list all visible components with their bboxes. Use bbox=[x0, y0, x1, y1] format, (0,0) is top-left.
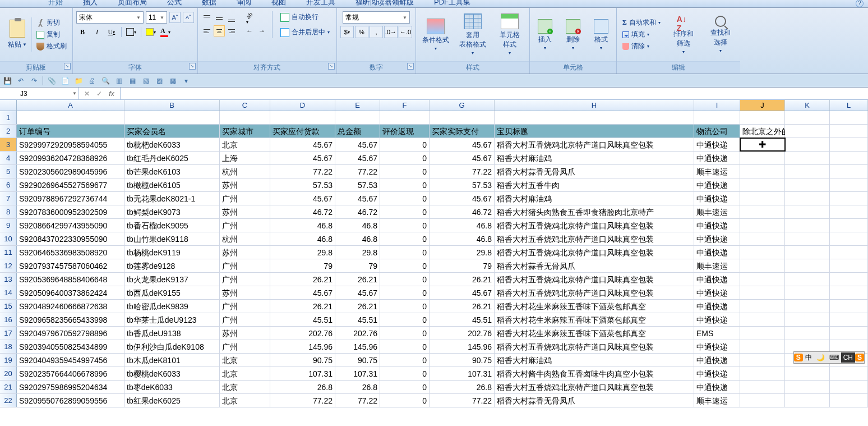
cell[interactable]: 北京 bbox=[220, 367, 270, 380]
grow-font-button[interactable]: Aˆ bbox=[169, 12, 181, 23]
cell[interactable] bbox=[830, 138, 868, 151]
cell[interactable] bbox=[740, 313, 785, 326]
number-format-select[interactable]: 常规▼ bbox=[343, 11, 410, 24]
decrease-decimal-button[interactable]: ←.0 bbox=[399, 26, 412, 38]
header-cell[interactable]: 订单编号 bbox=[17, 125, 124, 138]
cell[interactable]: 77.22 bbox=[270, 165, 335, 178]
cell[interactable]: 46.72 bbox=[430, 205, 495, 218]
cell[interactable]: 29.8 bbox=[270, 246, 335, 259]
cell[interactable]: 45.51 bbox=[430, 313, 495, 326]
cell[interactable]: 45.51 bbox=[270, 313, 335, 326]
cell[interactable]: 苏州 bbox=[220, 205, 270, 218]
cell[interactable]: tb无花果deK8021-1 bbox=[124, 192, 220, 205]
italic-button[interactable]: I bbox=[91, 26, 103, 38]
currency-button[interactable]: $▾ bbox=[340, 26, 354, 38]
align-left-button[interactable] bbox=[201, 25, 213, 36]
header-cell[interactable]: 评价返现 bbox=[380, 125, 430, 138]
cell[interactable]: 0 bbox=[380, 259, 430, 272]
format-painter-button[interactable]: 格式刷 bbox=[34, 41, 69, 52]
col-header-L[interactable]: L bbox=[830, 100, 868, 111]
qat-open-button[interactable]: 📁 bbox=[73, 76, 84, 86]
cell[interactable]: 稻香大村五香烧鸡北京特产道口风味真空包装 bbox=[495, 219, 694, 232]
merge-center-button[interactable]: 合并后居中 ▾ bbox=[277, 26, 333, 38]
cell[interactable]: 107.31 bbox=[270, 367, 335, 380]
row-header[interactable]: 14 bbox=[0, 286, 17, 299]
cell[interactable] bbox=[740, 354, 785, 367]
cell[interactable] bbox=[830, 300, 868, 313]
qat-customize[interactable]: ▾ bbox=[181, 76, 191, 86]
cell[interactable]: 46.8 bbox=[270, 232, 335, 245]
cell[interactable]: 中通快递 bbox=[694, 381, 740, 393]
fx-button[interactable]: fx bbox=[107, 90, 117, 98]
qat-button-2[interactable]: ▦ bbox=[127, 76, 137, 86]
row-header[interactable]: 22 bbox=[0, 394, 17, 407]
redo-button[interactable]: ↷ bbox=[29, 76, 39, 86]
cell[interactable]: 稻香大村花生米麻辣五香味下酒菜包邮真空 bbox=[495, 313, 694, 326]
row-header[interactable]: 20 bbox=[0, 367, 17, 380]
cell[interactable]: 0 bbox=[380, 327, 430, 340]
qat-preview-button[interactable]: 🔍 bbox=[100, 76, 110, 86]
cell[interactable]: tb红果deK6025 bbox=[124, 394, 220, 407]
cell[interactable]: 45.67 bbox=[335, 138, 380, 151]
row-header[interactable]: 9 bbox=[0, 219, 17, 232]
cell[interactable]: 北京 bbox=[220, 354, 270, 367]
cell[interactable] bbox=[740, 381, 785, 393]
col-header-A[interactable]: A bbox=[17, 100, 124, 111]
header-cell[interactable]: 买家会员名 bbox=[124, 125, 220, 138]
cell[interactable]: 0 bbox=[380, 246, 430, 259]
row-header[interactable]: 10 bbox=[0, 232, 17, 245]
row-header[interactable]: 8 bbox=[0, 205, 17, 218]
row-header[interactable]: 21 bbox=[0, 381, 17, 393]
tab-data[interactable]: 数据 bbox=[198, 0, 220, 7]
cell[interactable]: 145.96 bbox=[430, 340, 495, 353]
row-header[interactable]: 18 bbox=[0, 340, 17, 353]
cell[interactable]: 杭州 bbox=[220, 232, 270, 245]
cell[interactable]: 46.8 bbox=[270, 219, 335, 232]
cell[interactable]: 苏州 bbox=[220, 327, 270, 340]
cell[interactable]: 0 bbox=[380, 273, 430, 286]
cell[interactable]: 45.67 bbox=[430, 152, 495, 164]
cell[interactable] bbox=[740, 286, 785, 299]
cell[interactable] bbox=[830, 232, 868, 245]
delete-cells-button[interactable]: 删除▾ bbox=[561, 19, 585, 51]
name-box[interactable]: J3▼ bbox=[17, 88, 79, 99]
cell[interactable]: S9209658235665433998 bbox=[17, 313, 124, 326]
cell[interactable] bbox=[785, 246, 830, 259]
cell[interactable]: 77.22 bbox=[335, 394, 380, 407]
cell[interactable] bbox=[740, 219, 785, 232]
cell[interactable]: 顺丰速运 bbox=[694, 259, 740, 272]
cell[interactable]: 广州 bbox=[220, 273, 270, 286]
cell[interactable] bbox=[785, 381, 830, 393]
row-header[interactable]: 2 bbox=[0, 125, 17, 138]
cell[interactable]: 26.21 bbox=[430, 300, 495, 313]
cell[interactable]: 苏州 bbox=[220, 286, 270, 299]
cell[interactable]: 46.8 bbox=[335, 232, 380, 245]
cell[interactable] bbox=[830, 273, 868, 286]
cell[interactable]: 77.22 bbox=[270, 394, 335, 407]
header-cell[interactable]: 总金额 bbox=[335, 125, 380, 138]
undo-button[interactable]: ↶ bbox=[16, 76, 26, 86]
cell[interactable]: 稻香大村麻油鸡 bbox=[495, 152, 694, 164]
cell[interactable] bbox=[830, 381, 868, 393]
header-cell[interactable]: 除北京之外的地区销售额 bbox=[740, 125, 785, 138]
cell[interactable]: tb山竹果deK9118 bbox=[124, 232, 220, 245]
cell[interactable]: 稻香大村五香烧鸡北京特产道口风味真空包装 bbox=[495, 246, 694, 259]
cell[interactable] bbox=[830, 327, 868, 340]
cell[interactable]: 顺丰速运 bbox=[694, 394, 740, 407]
row-header[interactable]: 11 bbox=[0, 246, 17, 259]
ime-moon-icon[interactable]: 🌙 bbox=[814, 354, 827, 361]
cell[interactable] bbox=[785, 367, 830, 380]
cell[interactable] bbox=[830, 259, 868, 272]
tab-view[interactable]: 视图 bbox=[268, 0, 289, 7]
cell[interactable]: tb橄榄deK6105 bbox=[124, 178, 220, 191]
font-size-select[interactable]: 11▼ bbox=[146, 11, 167, 24]
col-header-E[interactable]: E bbox=[335, 100, 380, 111]
cell[interactable]: 中通快递 bbox=[694, 300, 740, 313]
cell[interactable]: 107.31 bbox=[335, 367, 380, 380]
cell[interactable]: 中通快递 bbox=[694, 286, 740, 299]
border-button[interactable]: ▾ bbox=[125, 26, 137, 38]
cell[interactable]: S9203940550825434899 bbox=[17, 340, 124, 353]
cell[interactable] bbox=[830, 394, 868, 407]
cell[interactable]: 26.21 bbox=[270, 300, 335, 313]
increase-decimal-button[interactable]: .0→ bbox=[384, 26, 398, 38]
